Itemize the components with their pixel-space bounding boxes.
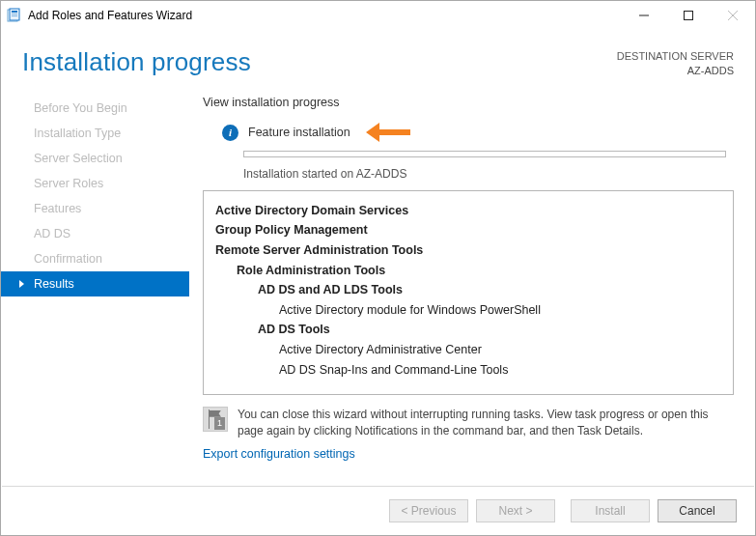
- tree-item: AD DS Tools: [215, 320, 721, 340]
- tree-item: AD DS and AD LDS Tools: [215, 280, 721, 300]
- sidebar-item-confirmation: Confirmation: [1, 246, 189, 271]
- export-config-link[interactable]: Export configuration settings: [203, 447, 355, 461]
- status-text: Feature installation: [248, 126, 350, 139]
- titlebar: Add Roles and Features Wizard: [1, 1, 755, 30]
- flag-icon: [203, 407, 228, 432]
- note-text: You can close this wizard without interr…: [238, 407, 734, 440]
- previous-button: < Previous: [389, 499, 468, 522]
- sidebar-item-server-selection: Server Selection: [1, 146, 189, 171]
- tree-item: AD DS Snap-Ins and Command-Line Tools: [215, 360, 721, 381]
- tree-item: Active Directory Administrative Center: [215, 340, 721, 360]
- sidebar-item-ad-ds: AD DS: [1, 221, 189, 246]
- install-button: Install: [571, 499, 650, 522]
- destination-value: AZ-ADDS: [617, 64, 734, 78]
- sidebar-item-features: Features: [1, 196, 189, 221]
- tree-item: Active Directory Domain Services: [215, 201, 721, 221]
- sidebar-item-results[interactable]: Results: [1, 271, 189, 296]
- maximize-button[interactable]: [666, 1, 711, 30]
- progress-bar: [243, 151, 726, 157]
- destination-label: DESTINATION SERVER: [617, 49, 734, 64]
- svg-rect-3: [12, 14, 17, 14]
- feature-tree: Active Directory Domain Services Group P…: [203, 190, 734, 395]
- info-note: You can close this wizard without interr…: [203, 407, 734, 440]
- status-row: i Feature installation: [222, 125, 734, 141]
- page-title: Installation progress: [22, 47, 251, 77]
- svg-rect-6: [685, 12, 693, 20]
- sidebar: Before You Begin Installation Type Serve…: [1, 96, 189, 474]
- tree-item: Group Policy Management: [215, 220, 721, 240]
- sidebar-item-server-roles: Server Roles: [1, 171, 189, 196]
- svg-rect-4: [12, 15, 17, 16]
- highlight-arrow-icon: [366, 126, 416, 139]
- app-icon: [7, 8, 22, 23]
- next-button: Next >: [476, 499, 555, 522]
- info-icon: i: [222, 125, 238, 141]
- sidebar-item-installation-type: Installation Type: [1, 121, 189, 146]
- svg-rect-2: [12, 11, 17, 13]
- main-content: View installation progress i Feature ins…: [189, 96, 755, 474]
- cancel-button[interactable]: Cancel: [658, 499, 737, 522]
- installation-started-text: Installation started on AZ-ADDS: [243, 167, 734, 181]
- destination-server: DESTINATION SERVER AZ-ADDS: [617, 47, 734, 78]
- minimize-button[interactable]: [622, 1, 666, 30]
- tree-item: Remote Server Administration Tools: [215, 240, 721, 261]
- footer: < Previous Next > Install Cancel: [2, 486, 754, 534]
- header: Installation progress DESTINATION SERVER…: [1, 30, 755, 96]
- tree-item: Active Directory module for Windows Powe…: [215, 300, 721, 321]
- sidebar-item-before-you-begin: Before You Begin: [1, 96, 189, 121]
- tree-item: Role Administration Tools: [215, 261, 721, 281]
- section-title: View installation progress: [203, 96, 734, 109]
- close-button: [711, 1, 755, 30]
- window-title: Add Roles and Features Wizard: [28, 9, 192, 22]
